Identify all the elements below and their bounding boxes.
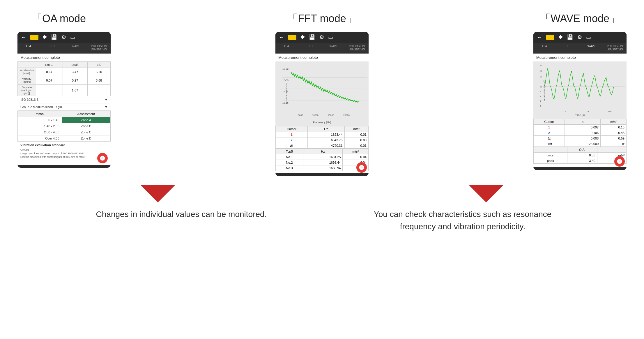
back-icon[interactable]: ← <box>21 34 26 40</box>
bluetooth-icon[interactable]: ✱ <box>43 34 47 40</box>
wave-tab-precision[interactable]: PRECISION DIAGNOSIS <box>603 43 627 53</box>
wave-measurement-complete: Measurement complete <box>533 54 627 61</box>
vibration-eval-text: Group1Large machines with rated output o… <box>20 148 108 159</box>
oa-displace-peak: 1.67 <box>63 85 87 96</box>
oa-record-button[interactable] <box>97 153 108 163</box>
wave-settings-icon[interactable]: ⚙ <box>577 34 582 40</box>
svg-text:-3: -3 <box>540 100 541 102</box>
wave-delta-t-val: 0.59 <box>601 136 627 141</box>
fft-x-label: Frequency (Hz) <box>277 121 367 125</box>
fft-top5-no3-hz: 1660.94 <box>303 165 343 171</box>
group-dropdown[interactable]: Group 2 Medium-sized, Rigid ▼ <box>17 103 111 111</box>
fft-bluetooth-icon[interactable]: ✱ <box>300 34 305 40</box>
fft-settings-icon[interactable]: ⚙ <box>319 34 324 40</box>
wave-s-header: s <box>565 119 601 125</box>
svg-text:-2: -2 <box>540 95 541 98</box>
tab-precision-oa[interactable]: PRECISION DIAGNOSIS <box>87 43 111 53</box>
oa-accel-label: Acceleration [m/s²] <box>18 68 36 76</box>
vibration-eval-title: Vibration evaluation standard <box>20 143 108 147</box>
wave-tab-oa[interactable]: O.A. <box>533 43 557 53</box>
wave-cursor2-val: -0.45 <box>601 130 627 136</box>
fft-screen-icon[interactable]: ▭ <box>328 34 333 40</box>
table-row: 1 0.097 0.15 <box>534 125 627 130</box>
fft-tab-precision[interactable]: PRECISION DIAGNOSIS <box>345 43 369 53</box>
wave-oa-peak-label: peak <box>534 158 567 164</box>
wave-oa-rms-val: 0.36 <box>567 153 597 158</box>
tab-wave-oa[interactable]: WAVE <box>64 43 87 53</box>
fft-top5-no3-val: 0.03 <box>343 165 369 171</box>
wave-chart-svg: 4 3 2 1 0 -1 -2 -3 -4 0.2 <box>540 63 625 114</box>
wave-bluetooth-icon[interactable]: ✱ <box>558 34 563 40</box>
wave-back-icon[interactable]: ← <box>537 34 542 40</box>
assess-header-mms: mm/s <box>18 111 62 117</box>
svg-text:20000: 20000 <box>343 114 350 116</box>
fft-top5-ms2-header: m/s² <box>343 149 369 154</box>
table-row: Δt 0.008 0.59 <box>534 136 627 141</box>
oa-accel-rms: 0.67 <box>36 68 63 76</box>
wave-cursor2: 2 <box>534 130 565 136</box>
svg-text:2: 2 <box>540 75 542 78</box>
fft-tab-oa[interactable]: O.A. <box>275 43 299 53</box>
oa-content: Measurement complete r.m.s. peak c.f. A <box>17 54 111 165</box>
wave-oa-peak-val: 3.40 <box>567 158 597 164</box>
svg-text:1: 1 <box>540 81 542 84</box>
settings-icon[interactable]: ⚙ <box>61 34 66 40</box>
fft-toolbar: ← ✱ 💾 ⚙ ▭ <box>275 32 369 43</box>
table-row: 1/Δt 125.000 Hz <box>534 141 627 147</box>
table-row: No.1 1681.25 0.04 <box>276 154 369 160</box>
wave-oa-peak-unit: m/s² <box>597 158 626 164</box>
wave-tab-fft[interactable]: FFT <box>557 43 580 53</box>
arrow-spacer <box>240 185 404 202</box>
tab-oa[interactable]: O.A. <box>17 43 41 53</box>
fft-top5-no1-val: 0.04 <box>343 154 369 160</box>
fft-cursor1-hz: 1823.44 <box>308 132 344 137</box>
wave-screen-icon[interactable]: ▭ <box>586 34 591 40</box>
oa-header-rms: r.m.s. <box>36 62 63 68</box>
fft-cursor2-hz: 6543.75 <box>308 137 344 143</box>
fft-y-axis-label: Acceleration/(m/s-1) <box>285 83 288 104</box>
fft-top5-no2-val: 0.04 <box>343 160 369 165</box>
oa-arrow-container <box>76 185 240 202</box>
fft-delta-f-hz: 4720.31 <box>308 143 344 149</box>
oa-displace-cf <box>87 85 110 96</box>
iso-label: ISO 10816-3 <box>20 98 38 101</box>
wave-oa-unit-header <box>597 147 626 153</box>
fft-wave-down-arrow <box>469 185 504 202</box>
oa-displace-rms <box>36 85 63 96</box>
oa-tab-bar: O.A. FFT WAVE PRECISION DIAGNOSIS <box>17 43 111 54</box>
screen-icon[interactable]: ▭ <box>70 34 75 40</box>
wave-tab-wave[interactable]: WAVE <box>580 43 603 53</box>
save-icon[interactable]: 💾 <box>51 34 57 40</box>
fft-mode-title: 「FFT mode」 <box>287 12 356 26</box>
fft-chart-area: Acceleration/(m/s-1) 1E-02 1E-03 1E-04 1… <box>275 61 369 126</box>
fft-phone-mockup: ← ✱ 💾 ⚙ ▭ O.A. FFT WAVE PRECISION DIAGNO… <box>275 32 369 176</box>
iso-dropdown[interactable]: ISO 10816-3 ▼ <box>17 96 111 103</box>
fft-wave-text-line1: You can check characteristics such as re… <box>374 210 552 219</box>
assess-header-assessment: Assessment <box>62 111 110 117</box>
fft-tab-fft[interactable]: FFT <box>299 43 322 53</box>
fft-save-icon[interactable]: 💾 <box>309 34 315 40</box>
fft-tab-wave[interactable]: WAVE <box>322 43 345 53</box>
wave-delta-t: Δt <box>534 136 565 141</box>
oa-velocity-cf: 3.68 <box>87 76 110 85</box>
tab-fft-oa[interactable]: FFT <box>41 43 64 53</box>
wave-oa-rms-unit: m/s² <box>597 153 626 158</box>
fft-top5-no2: No.2 <box>276 160 303 165</box>
wave-ms2-header: m/s² <box>601 119 627 125</box>
wave-x-label: Time (s) <box>535 114 625 118</box>
fft-hz-header: Hz <box>308 126 344 132</box>
oa-header-peak: peak <box>63 62 87 68</box>
table-row: 2.80 - 4.50 Zone C <box>18 129 111 135</box>
fft-yellow-box <box>288 35 296 40</box>
group-label: Group 2 Medium-sized, Rigid <box>20 105 62 109</box>
table-row: peak 3.40 m/s² <box>534 158 627 164</box>
fft-back-icon[interactable]: ← <box>279 34 284 40</box>
oa-displace-label: Displace ment [μm (p-p)] <box>18 85 36 96</box>
table-row: 0 - 1.40 Zone A <box>18 117 111 123</box>
table-row: No.3 1660.94 0.03 <box>276 165 369 171</box>
wave-save-icon[interactable]: 💾 <box>567 34 573 40</box>
zone-d-range: Over 4.50 <box>18 135 62 142</box>
fft-top5-header: Top5 <box>276 149 303 154</box>
vibration-eval-section: Vibration evaluation standard Group1Larg… <box>17 142 111 165</box>
zone-d-label: Zone D <box>62 135 110 142</box>
